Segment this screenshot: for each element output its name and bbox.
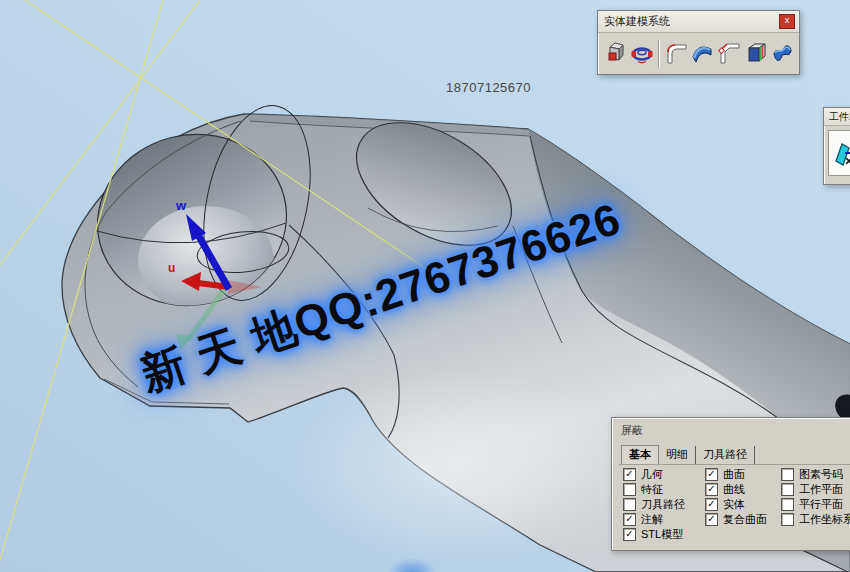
checkbox-composite-surface[interactable]: ✓ xyxy=(705,513,718,526)
checkbox-label: 曲线 xyxy=(723,482,745,497)
trim-surface-icon xyxy=(771,40,795,66)
checkbox-work-coordinate-system[interactable] xyxy=(781,513,794,526)
checkbox-solid[interactable]: ✓ xyxy=(705,498,718,511)
tab-detail[interactable]: 明细 xyxy=(659,446,696,464)
cad-application-window: { "watermarks": { "phone": "18707125670"… xyxy=(0,0,850,572)
checkbox-label: 复合曲面 xyxy=(723,512,767,527)
checkbox-label: STL模型 xyxy=(641,527,683,542)
checkbox-label: 实体 xyxy=(723,497,745,512)
solid-toolbar-titlebar[interactable]: 实体建模系统 x xyxy=(598,11,799,33)
sweep-surface-button[interactable] xyxy=(689,36,716,70)
mask-dialog-tabs: 基本 明细 刀具路径 xyxy=(621,447,755,464)
revolve-solid-button[interactable] xyxy=(629,36,656,70)
extrude-solid-icon xyxy=(603,40,627,66)
workpiece-toolbar: 工件对 xyxy=(823,107,850,185)
list-item: ✓ 几何 xyxy=(623,467,685,482)
checkbox-label: 注解 xyxy=(641,512,663,527)
list-item: 平行平面 xyxy=(781,497,850,512)
fillet-solid-icon xyxy=(664,40,688,66)
solid-modeling-toolbar: 实体建模系统 x xyxy=(597,10,800,75)
phone-watermark: 18707125670 xyxy=(446,80,531,95)
sweep-surface-icon xyxy=(690,40,714,66)
model-highlight xyxy=(295,370,625,560)
list-item: 工作坐标系 xyxy=(781,512,850,527)
mask-dialog-title: 屏蔽 xyxy=(621,424,643,436)
watermark-glow-fragment xyxy=(386,557,438,572)
chamfer-solid-icon xyxy=(717,40,741,66)
checkbox-toolpath[interactable] xyxy=(623,498,636,511)
checkbox-label: 曲面 xyxy=(723,467,745,482)
list-item: ✓ 曲面 xyxy=(705,467,767,482)
list-item: ✓ 注解 xyxy=(623,512,685,527)
checkbox-label: 刀具路径 xyxy=(641,497,685,512)
checkbox-geometry[interactable]: ✓ xyxy=(623,468,636,481)
checkbox-column-2: ✓ 曲面 ✓ 曲线 ✓ 实体 ✓ 复合曲面 xyxy=(705,467,767,527)
w-axis-label: w xyxy=(175,198,187,213)
checkbox-parallel-plane[interactable] xyxy=(781,498,794,511)
list-item: 刀具路径 xyxy=(623,497,685,512)
workpiece-toolbar-title: 工件对 xyxy=(829,110,850,124)
checkbox-label: 图素号码 xyxy=(799,467,843,482)
mask-dialog-titlebar[interactable]: 屏蔽 xyxy=(612,418,850,445)
workpiece-plane-button[interactable] xyxy=(828,130,850,176)
trim-surface-button[interactable] xyxy=(769,36,796,70)
checkbox-label: 几何 xyxy=(641,467,663,482)
u-axis-label: u xyxy=(168,261,175,275)
tab-toolpath[interactable]: 刀具路径 xyxy=(696,446,755,464)
tab-underline xyxy=(619,464,850,465)
chamfer-solid-button[interactable] xyxy=(716,36,743,70)
checkbox-curve[interactable]: ✓ xyxy=(705,483,718,496)
checkbox-feature[interactable] xyxy=(623,483,636,496)
checkbox-work-plane[interactable] xyxy=(781,483,794,496)
revolve-solid-icon xyxy=(630,40,654,66)
list-item: 特征 xyxy=(623,482,685,497)
checkbox-surface[interactable]: ✓ xyxy=(705,468,718,481)
checkbox-annotation[interactable]: ✓ xyxy=(623,513,636,526)
checkbox-entity-number[interactable] xyxy=(781,468,794,481)
fillet-solid-button[interactable] xyxy=(662,36,689,70)
solid-toolbar-buttons xyxy=(598,33,799,72)
solid-toolbar-title: 实体建模系统 xyxy=(604,14,670,29)
workpiece-plane-icon xyxy=(831,138,850,168)
checkbox-label: 特征 xyxy=(641,482,663,497)
extrude-solid-button[interactable] xyxy=(602,36,629,70)
mask-dialog: 屏蔽 基本 明细 刀具路径 ✓ 几何 特征 刀具路径 ✓ 注解 ✓ STL模型 … xyxy=(611,417,850,551)
workpiece-toolbar-titlebar[interactable]: 工件对 xyxy=(824,108,850,126)
list-item: ✓ 复合曲面 xyxy=(705,512,767,527)
boolean-solid-icon xyxy=(744,40,768,66)
list-item: ✓ 曲线 xyxy=(705,482,767,497)
list-item: 工作平面 xyxy=(781,482,850,497)
close-icon[interactable]: x xyxy=(779,14,795,29)
boolean-solid-button[interactable] xyxy=(743,36,770,70)
list-item: ✓ 实体 xyxy=(705,497,767,512)
toolbar-separator xyxy=(658,40,659,67)
list-item: ✓ STL模型 xyxy=(623,527,685,542)
checkbox-label: 工作平面 xyxy=(799,482,843,497)
checkbox-label: 工作坐标系 xyxy=(799,512,850,527)
list-item: 图素号码 xyxy=(781,467,850,482)
checkbox-column-3: 图素号码 工作平面 平行平面 工作坐标系 xyxy=(781,467,850,527)
checkbox-column-1: ✓ 几何 特征 刀具路径 ✓ 注解 ✓ STL模型 xyxy=(623,467,685,542)
checkbox-label: 平行平面 xyxy=(799,497,843,512)
tab-basic[interactable]: 基本 xyxy=(621,445,659,465)
checkbox-stl-model[interactable]: ✓ xyxy=(623,528,636,541)
